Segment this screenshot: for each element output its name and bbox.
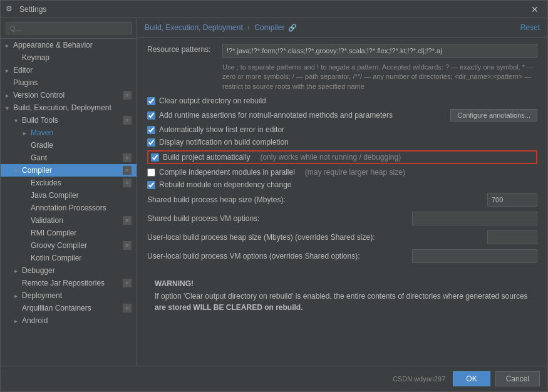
sidebar-item-label: Annotation Processors xyxy=(31,204,132,212)
resource-patterns-row: Resource patterns: xyxy=(147,44,537,58)
field-row-user-heap: User-local build process heap size (Mbyt… xyxy=(147,230,537,244)
breadcrumb: Build, Execution, Deployment › Compiler xyxy=(145,23,284,32)
sidebar-item-maven[interactable]: ▸ Maven xyxy=(1,126,137,139)
sidebar-item-label: Deployment xyxy=(22,291,132,300)
sidebar-item-label: Maven xyxy=(31,128,132,137)
sidebar-item-plugins[interactable]: Plugins xyxy=(1,76,137,89)
search-input[interactable] xyxy=(6,22,132,34)
sidebar-item-build-tools[interactable]: ▾ Build Tools ≡ xyxy=(1,114,137,126)
sidebar-item-compiler[interactable]: ▾ Compiler ≡ xyxy=(1,164,137,177)
sidebar-item-label: Keymap xyxy=(22,53,132,62)
tree-badge: ≡ xyxy=(123,178,132,187)
panel-body: Resource patterns: Use ; to separate pat… xyxy=(137,38,547,366)
warning-text: If option 'Clear output directory on reb… xyxy=(155,291,530,313)
sidebar-item-build-execution-deployment[interactable]: ▾ Build, Execution, Deployment xyxy=(1,101,137,114)
checkbox-display-notification[interactable] xyxy=(147,138,155,147)
field-label-user-heap: User-local build process heap size (Mbyt… xyxy=(147,233,487,242)
sidebar-item-rmi-compiler[interactable]: RMI Compiler xyxy=(1,227,137,239)
sidebar-item-keymap[interactable]: Keymap xyxy=(1,51,137,64)
tree-arrow: ▸ xyxy=(14,292,22,299)
checkbox-rebuild-module[interactable] xyxy=(147,181,155,189)
checkbox-compile-parallel[interactable] xyxy=(147,168,155,177)
sidebar-item-version-control[interactable]: ▸ Version Control ≡ xyxy=(1,89,137,101)
field-input-shared-vm[interactable] xyxy=(412,212,537,225)
checkbox-label-clear-output: Clear output directory on rebuild xyxy=(159,96,266,105)
field-label-shared-vm: Shared build process VM options: xyxy=(147,214,412,223)
sidebar-item-gant[interactable]: Gant ≡ xyxy=(1,152,137,164)
sidebar-item-remote-jar-repositories[interactable]: Remote Jar Repositories ≡ xyxy=(1,277,137,289)
tree-badge: ≡ xyxy=(123,216,132,225)
checkbox-label-compile-parallel: Compile independent modules in parallel xyxy=(159,168,295,177)
field-input-user-heap[interactable] xyxy=(487,230,537,244)
warning-box: WARNING! If option 'Clear output directo… xyxy=(147,273,537,319)
checkbox-auto-show-error[interactable] xyxy=(147,126,155,134)
sidebar-item-label: Plugins xyxy=(13,78,132,87)
checkbox-clear-output[interactable] xyxy=(147,97,155,105)
checkbox-label-rebuild-module: Rebuild module on dependency change xyxy=(159,180,292,189)
checkbox-row-display-notification: Display notification on build completion xyxy=(147,138,537,147)
field-input-user-vm[interactable] xyxy=(412,249,537,263)
sidebar-item-label: Remote Jar Repositories xyxy=(22,279,120,287)
breadcrumb-separator: › xyxy=(247,23,250,32)
checkbox-add-runtime[interactable] xyxy=(147,111,155,120)
sidebar-item-arquillian-containers[interactable]: Arquillian Containers ≡ xyxy=(1,302,137,314)
checkbox-label-display-notification: Display notification on build completion xyxy=(159,138,289,147)
settings-window: ⚙ Settings ✕ ▸ Appearance & Behavior Key… xyxy=(0,0,548,392)
warning-text-normal: If option 'Clear output directory on reb… xyxy=(155,292,528,301)
sidebar-item-annotation-processors[interactable]: Annotation Processors xyxy=(1,202,137,214)
tree-arrow: ▸ xyxy=(23,130,31,137)
sidebar-item-excludes[interactable]: Excludes ≡ xyxy=(1,177,137,189)
panel-header: Build, Execution, Deployment › Compiler … xyxy=(137,18,547,38)
sidebar-item-label: Arquillian Containers xyxy=(22,304,120,312)
sidebar-item-android[interactable]: ▸ Android xyxy=(1,314,137,327)
checkbox-row-rebuild-module: Rebuild module on dependency change xyxy=(147,180,537,189)
sidebar-item-deployment[interactable]: ▸ Deployment xyxy=(1,289,137,302)
tree-arrow: ▾ xyxy=(6,105,13,111)
breadcrumb-part2: Compiler xyxy=(254,23,284,32)
tree-arrow: ▸ xyxy=(6,92,13,99)
sidebar-item-label: Gant xyxy=(31,153,120,162)
tree-badge: ≡ xyxy=(123,241,132,250)
warning-title: WARNING! xyxy=(155,279,530,288)
watermark: CSDN wdyan297 xyxy=(393,375,445,383)
tree-arrow: ▾ xyxy=(14,167,22,174)
sidebar-item-label: Excludes xyxy=(31,178,120,187)
checkboxes-container: Clear output directory on rebuild Add ru… xyxy=(147,96,537,189)
tree-arrow: ▸ xyxy=(14,317,22,324)
sidebar-item-java-compiler[interactable]: Java Compiler xyxy=(1,189,137,202)
ok-button[interactable]: OK xyxy=(453,371,490,386)
title-bar: ⚙ Settings ✕ xyxy=(1,1,547,18)
cancel-button[interactable]: Cancel xyxy=(495,371,540,386)
sidebar-item-label: Gradle xyxy=(31,141,132,150)
sidebar-tree: ▸ Appearance & Behavior Keymap ▸ Editor … xyxy=(1,39,137,366)
sidebar-item-validation[interactable]: Validation ≡ xyxy=(1,214,137,227)
checkbox-side-note: (only works while not running / debuggin… xyxy=(260,153,401,162)
checkbox-label-auto-show-error: Automatically show first error in editor xyxy=(159,125,284,134)
field-input-shared-heap[interactable] xyxy=(487,193,537,207)
field-row-user-vm: User-local build process VM options (ove… xyxy=(147,249,537,263)
resource-patterns-input[interactable] xyxy=(222,44,537,58)
reset-link[interactable]: Reset xyxy=(520,23,540,32)
sidebar-item-label: Validation xyxy=(31,216,120,225)
tree-badge: ≡ xyxy=(123,91,132,100)
checkbox-row-add-runtime: Add runtime assertions for notnull-annot… xyxy=(147,109,537,121)
settings-icon: ⚙ xyxy=(6,4,16,14)
sidebar-item-label: Debugger xyxy=(22,266,132,275)
field-row-shared-vm: Shared build process VM options: xyxy=(147,212,537,225)
sidebar-item-label: Java Compiler xyxy=(31,191,132,200)
sidebar-item-kotlin-compiler[interactable]: Kotlin Compiler xyxy=(1,252,137,264)
sidebar-item-appearance[interactable]: ▸ Appearance & Behavior xyxy=(1,39,137,51)
main-content: ▸ Appearance & Behavior Keymap ▸ Editor … xyxy=(1,18,547,366)
sidebar-item-label: RMI Compiler xyxy=(31,229,132,237)
configure-annotations-button[interactable]: Configure annotations... xyxy=(450,109,537,121)
checkbox-build-auto[interactable] xyxy=(151,153,159,162)
checkbox-row-clear-output: Clear output directory on rebuild xyxy=(147,96,537,105)
sidebar-item-label: Build Tools xyxy=(22,116,120,125)
breadcrumb-part1: Build, Execution, Deployment xyxy=(145,23,243,32)
sidebar-item-gradle[interactable]: Gradle xyxy=(1,139,137,152)
close-button[interactable]: ✕ xyxy=(527,3,542,16)
sidebar-item-groovy-compiler[interactable]: Groovy Compiler ≡ xyxy=(1,239,137,252)
sidebar-item-editor[interactable]: ▸ Editor xyxy=(1,64,137,76)
sidebar-item-debugger[interactable]: ▸ Debugger xyxy=(1,264,137,277)
right-panel: Build, Execution, Deployment › Compiler … xyxy=(137,18,547,366)
